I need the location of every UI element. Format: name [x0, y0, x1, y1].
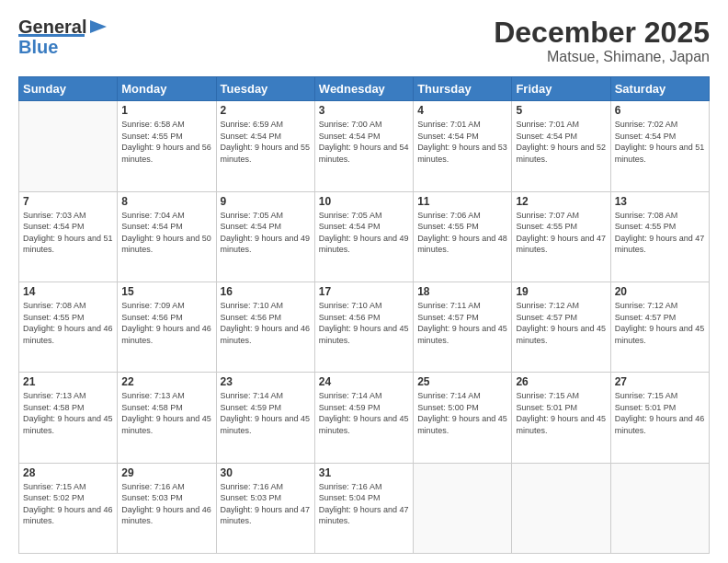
day-info: Sunrise: 7:04 AMSunset: 4:54 PMDaylight:… [121, 210, 211, 256]
calendar-cell: 20Sunrise: 7:12 AMSunset: 4:57 PMDayligh… [610, 282, 709, 372]
calendar-cell: 22Sunrise: 7:13 AMSunset: 4:58 PMDayligh… [118, 373, 216, 463]
col-header-sunday: Sunday [19, 77, 118, 101]
col-header-saturday: Saturday [610, 77, 709, 101]
col-header-monday: Monday [118, 77, 216, 101]
location: Matsue, Shimane, Japan [494, 49, 710, 65]
day-info: Sunrise: 7:07 AMSunset: 4:55 PMDaylight:… [516, 210, 606, 256]
calendar-cell: 14Sunrise: 7:08 AMSunset: 4:55 PMDayligh… [19, 282, 118, 372]
day-number: 19 [516, 285, 606, 298]
header: General Blue December 2025 Matsue, Shima… [18, 17, 710, 65]
day-info: Sunrise: 7:11 AMSunset: 4:57 PMDaylight:… [417, 300, 507, 346]
day-number: 20 [615, 285, 705, 298]
day-info: Sunrise: 7:13 AMSunset: 4:58 PMDaylight:… [23, 390, 113, 436]
calendar-cell: 27Sunrise: 7:15 AMSunset: 5:01 PMDayligh… [610, 373, 709, 463]
col-header-thursday: Thursday [414, 77, 512, 101]
day-number: 13 [615, 195, 705, 208]
col-header-tuesday: Tuesday [216, 77, 314, 101]
day-info: Sunrise: 7:12 AMSunset: 4:57 PMDaylight:… [615, 300, 705, 346]
calendar-cell: 9Sunrise: 7:05 AMSunset: 4:54 PMDaylight… [216, 191, 314, 282]
day-number: 18 [417, 285, 507, 298]
day-info: Sunrise: 7:15 AMSunset: 5:01 PMDaylight:… [516, 390, 606, 436]
day-info: Sunrise: 7:03 AMSunset: 4:54 PMDaylight:… [23, 210, 113, 256]
day-number: 31 [319, 466, 409, 479]
calendar-cell: 7Sunrise: 7:03 AMSunset: 4:54 PMDaylight… [19, 191, 118, 282]
col-header-friday: Friday [512, 77, 610, 101]
day-info: Sunrise: 7:09 AMSunset: 4:56 PMDaylight:… [121, 300, 211, 346]
day-info: Sunrise: 7:16 AMSunset: 5:04 PMDaylight:… [319, 481, 409, 527]
day-info: Sunrise: 7:05 AMSunset: 4:54 PMDaylight:… [319, 210, 409, 256]
day-number: 6 [615, 104, 705, 117]
day-number: 5 [516, 104, 606, 117]
col-header-wednesday: Wednesday [314, 77, 413, 101]
day-info: Sunrise: 7:13 AMSunset: 4:58 PMDaylight:… [121, 390, 211, 436]
day-number: 29 [121, 466, 211, 479]
day-number: 7 [23, 195, 113, 208]
day-info: Sunrise: 7:12 AMSunset: 4:57 PMDaylight:… [516, 300, 606, 346]
day-info: Sunrise: 7:01 AMSunset: 4:54 PMDaylight:… [516, 119, 606, 165]
day-info: Sunrise: 7:16 AMSunset: 5:03 PMDaylight:… [221, 481, 311, 527]
day-info: Sunrise: 6:58 AMSunset: 4:55 PMDaylight:… [121, 119, 211, 165]
day-info: Sunrise: 7:14 AMSunset: 5:00 PMDaylight:… [417, 390, 507, 436]
day-number: 10 [319, 195, 409, 208]
calendar-cell: 26Sunrise: 7:15 AMSunset: 5:01 PMDayligh… [512, 373, 610, 463]
day-info: Sunrise: 7:08 AMSunset: 4:55 PMDaylight:… [615, 210, 705, 256]
day-info: Sunrise: 7:08 AMSunset: 4:55 PMDaylight:… [23, 300, 113, 346]
day-number: 25 [417, 375, 507, 388]
page: General Blue December 2025 Matsue, Shima… [0, 0, 728, 563]
calendar-cell: 5Sunrise: 7:01 AMSunset: 4:54 PMDaylight… [512, 101, 610, 191]
logo-arrow-icon [88, 17, 108, 37]
day-info: Sunrise: 6:59 AMSunset: 4:54 PMDaylight:… [221, 119, 311, 165]
day-number: 8 [121, 195, 211, 208]
calendar-table: SundayMondayTuesdayWednesdayThursdayFrid… [18, 76, 710, 554]
calendar-cell: 28Sunrise: 7:15 AMSunset: 5:02 PMDayligh… [19, 463, 118, 553]
calendar-cell: 12Sunrise: 7:07 AMSunset: 4:55 PMDayligh… [512, 191, 610, 282]
day-info: Sunrise: 7:02 AMSunset: 4:54 PMDaylight:… [615, 119, 705, 165]
day-number: 14 [23, 285, 113, 298]
day-info: Sunrise: 7:10 AMSunset: 4:56 PMDaylight:… [221, 300, 311, 346]
calendar-cell: 17Sunrise: 7:10 AMSunset: 4:56 PMDayligh… [314, 282, 413, 372]
calendar-cell: 24Sunrise: 7:14 AMSunset: 4:59 PMDayligh… [314, 373, 413, 463]
title-area: December 2025 Matsue, Shimane, Japan [494, 17, 710, 65]
day-number: 2 [221, 104, 311, 117]
calendar-cell: 18Sunrise: 7:11 AMSunset: 4:57 PMDayligh… [414, 282, 512, 372]
calendar-cell: 3Sunrise: 7:00 AMSunset: 4:54 PMDaylight… [314, 101, 413, 191]
day-number: 23 [221, 375, 311, 388]
day-info: Sunrise: 7:14 AMSunset: 4:59 PMDaylight:… [221, 390, 311, 436]
day-number: 1 [121, 104, 211, 117]
calendar-cell [414, 463, 512, 553]
day-info: Sunrise: 7:06 AMSunset: 4:55 PMDaylight:… [417, 210, 507, 256]
calendar-cell: 6Sunrise: 7:02 AMSunset: 4:54 PMDaylight… [610, 101, 709, 191]
day-info: Sunrise: 7:14 AMSunset: 4:59 PMDaylight:… [319, 390, 409, 436]
day-number: 21 [23, 375, 113, 388]
day-number: 9 [221, 195, 311, 208]
day-info: Sunrise: 7:15 AMSunset: 5:01 PMDaylight:… [615, 390, 705, 436]
calendar-cell [19, 101, 118, 191]
calendar-cell: 1Sunrise: 6:58 AMSunset: 4:55 PMDaylight… [118, 101, 216, 191]
day-number: 17 [319, 285, 409, 298]
month-title: December 2025 [494, 17, 710, 49]
day-info: Sunrise: 7:00 AMSunset: 4:54 PMDaylight:… [319, 119, 409, 165]
day-number: 15 [121, 285, 211, 298]
day-number: 12 [516, 195, 606, 208]
day-number: 3 [319, 104, 409, 117]
day-info: Sunrise: 7:01 AMSunset: 4:54 PMDaylight:… [417, 119, 507, 165]
calendar-cell: 4Sunrise: 7:01 AMSunset: 4:54 PMDaylight… [414, 101, 512, 191]
calendar-cell: 30Sunrise: 7:16 AMSunset: 5:03 PMDayligh… [216, 463, 314, 553]
calendar-cell: 2Sunrise: 6:59 AMSunset: 4:54 PMDaylight… [216, 101, 314, 191]
day-number: 24 [319, 375, 409, 388]
day-number: 28 [23, 466, 113, 479]
day-number: 26 [516, 375, 606, 388]
calendar-cell: 21Sunrise: 7:13 AMSunset: 4:58 PMDayligh… [19, 373, 118, 463]
svg-marker-0 [90, 20, 107, 33]
day-info: Sunrise: 7:05 AMSunset: 4:54 PMDaylight:… [221, 210, 311, 256]
day-number: 16 [221, 285, 311, 298]
day-number: 30 [221, 466, 311, 479]
calendar-cell [610, 463, 709, 553]
logo: General Blue [18, 17, 108, 58]
calendar-cell: 19Sunrise: 7:12 AMSunset: 4:57 PMDayligh… [512, 282, 610, 372]
calendar-cell: 31Sunrise: 7:16 AMSunset: 5:04 PMDayligh… [314, 463, 413, 553]
day-number: 4 [417, 104, 507, 117]
calendar-cell: 16Sunrise: 7:10 AMSunset: 4:56 PMDayligh… [216, 282, 314, 372]
day-number: 27 [615, 375, 705, 388]
calendar-cell: 25Sunrise: 7:14 AMSunset: 5:00 PMDayligh… [414, 373, 512, 463]
